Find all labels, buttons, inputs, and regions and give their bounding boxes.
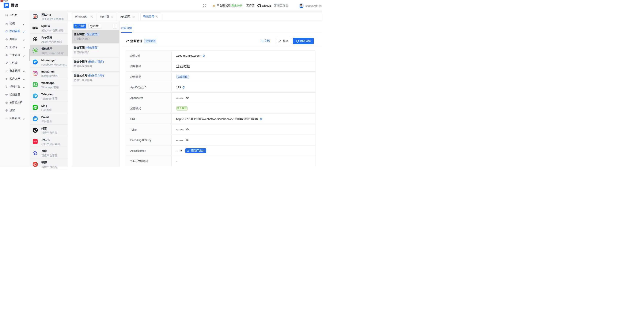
svg-text:?: ? — [262, 40, 262, 42]
